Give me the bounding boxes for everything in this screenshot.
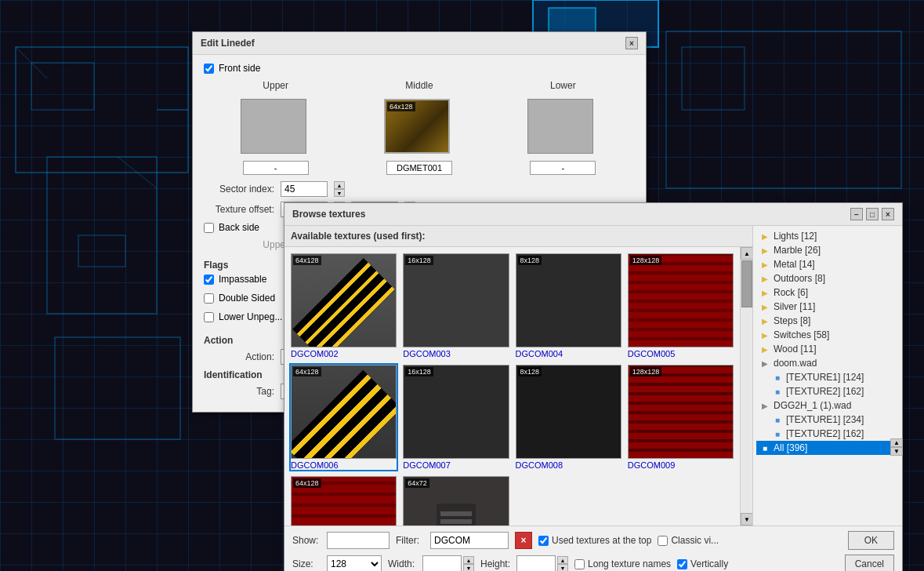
folder-icon-silver: ▶ xyxy=(759,301,770,312)
lower-tex-input[interactable] xyxy=(530,161,596,175)
wad-icon-dgg2: ▶ xyxy=(759,400,770,411)
lower-col: Lower xyxy=(527,80,598,94)
tree-item-outdoors[interactable]: ▶ Outdoors [8] xyxy=(756,271,899,286)
width-input[interactable] xyxy=(422,555,462,571)
tree-item-switches[interactable]: ▶ Switches [58] xyxy=(756,328,899,342)
height-down[interactable]: ▼ xyxy=(557,564,568,571)
tex-item-dgcom008[interactable]: 8x128 DGCOM008 xyxy=(514,363,623,471)
tex-item-dgcom010[interactable]: 64x128 DGCOM010 xyxy=(289,475,398,526)
browse-textures-dialog: Browse textures − □ × Available textures… xyxy=(284,202,903,571)
tree-item-tex2-dgg2[interactable]: ■ [TEXTURE2] [162] xyxy=(756,427,899,441)
width-label: Width: xyxy=(388,558,416,569)
sector-index-up[interactable]: ▲ xyxy=(334,181,345,189)
texture-area: Available textures (used first): 64x128 … xyxy=(284,226,753,526)
tree-item-tex1-doom[interactable]: ■ [TEXTURE1] [124] xyxy=(756,370,899,384)
tree-item-wood[interactable]: ▶ Wood [11] xyxy=(756,342,899,356)
tree-item-rock[interactable]: ▶ Rock [6] xyxy=(756,286,899,300)
tex-img-dgcom010: 64x128 xyxy=(291,476,397,526)
tree-item-doomwad[interactable]: ▶ doom.wad xyxy=(756,356,899,370)
vertically-label: Vertically xyxy=(690,558,728,569)
tex-img-dgcom004: 8x128 xyxy=(516,253,621,347)
flag-lower-unpeg-checkbox[interactable] xyxy=(204,312,214,322)
tree-scroll-up[interactable]: ▲ xyxy=(890,438,902,447)
sector-index-down[interactable]: ▼ xyxy=(334,189,345,197)
cancel-button[interactable]: Cancel xyxy=(845,555,894,571)
filter-input[interactable] xyxy=(430,532,509,549)
tree-item-metal[interactable]: ▶ Metal [14] xyxy=(756,257,899,271)
tex-item-dgcom006[interactable]: 64x128 DGCOM006 xyxy=(289,363,398,471)
filter-clear-btn[interactable]: × xyxy=(515,532,532,549)
linedef-close-btn[interactable]: × xyxy=(625,37,638,49)
vertically-row: Vertically xyxy=(677,558,728,569)
texture-grid-scroll[interactable]: 64x128 DGCOM002 16x128 DGCOM003 xyxy=(284,247,740,526)
width-down[interactable]: ▼ xyxy=(463,564,474,571)
show-label: Show: xyxy=(292,535,321,546)
folder-icon-lights: ▶ xyxy=(759,231,770,242)
height-spinner: ▲ ▼ xyxy=(557,556,568,571)
lower-tex-preview[interactable] xyxy=(527,99,593,154)
browse-bottom-row1: Show: Filter: × Used textures at the top… xyxy=(292,531,894,550)
tree-item-tex1-dgg2[interactable]: ■ [TEXTURE1] [234] xyxy=(756,413,899,427)
tag-label: Tag: xyxy=(204,386,274,397)
browse-maximize-btn[interactable]: □ xyxy=(866,208,879,220)
long-names-checkbox[interactable] xyxy=(574,559,585,569)
scroll-thumb[interactable] xyxy=(741,260,752,307)
browse-title: Browse textures xyxy=(292,209,365,220)
scroll-up-arrow[interactable]: ▲ xyxy=(741,247,752,260)
used-top-checkbox[interactable] xyxy=(538,536,549,546)
height-input[interactable] xyxy=(516,555,556,571)
upper-tex-preview[interactable] xyxy=(241,99,306,154)
upper-tex-input[interactable] xyxy=(243,161,309,175)
middle-tex-input[interactable] xyxy=(386,161,452,175)
tex-item-dgcom009[interactable]: 128x128 DGCOM009 xyxy=(626,363,735,471)
tex-item-dgcom011[interactable]: 64x72 xyxy=(401,475,510,526)
folder-icon-marble: ▶ xyxy=(759,245,770,256)
flag-double-sided-checkbox[interactable] xyxy=(204,293,214,304)
tree-item-lights[interactable]: ▶ Lights [12] xyxy=(756,229,899,243)
classic-view-checkbox[interactable] xyxy=(658,536,668,546)
tex-item-dgcom005[interactable]: 128x128 DGCOM005 xyxy=(626,252,735,360)
tree-item-tex2-doom[interactable]: ■ [TEXTURE2] [162] xyxy=(756,384,899,398)
tex-item-dgcom003[interactable]: 16x128 DGCOM003 xyxy=(401,252,510,360)
front-side-checkbox[interactable] xyxy=(204,64,214,74)
browse-close-btn[interactable]: × xyxy=(882,208,894,220)
sector-index-input[interactable] xyxy=(281,181,328,197)
svg-rect-15 xyxy=(440,511,472,516)
tree-item-steps[interactable]: ▶ Steps [8] xyxy=(756,314,899,328)
tree-item-all[interactable]: ■ All [396] xyxy=(756,441,899,455)
texlist-icon-tex1doom: ■ xyxy=(772,372,783,383)
tree-panel: ▶ Lights [12] ▶ Marble [26] ▶ Metal [14]… xyxy=(753,226,902,526)
scroll-down-arrow[interactable]: ▼ xyxy=(741,513,752,526)
size-select[interactable]: 128 64 32 256 xyxy=(327,555,382,571)
dgcom011-svg xyxy=(433,500,480,526)
ok-button[interactable]: OK xyxy=(848,531,894,550)
tree-label-switches: Switches [58] xyxy=(774,329,829,340)
vertically-checkbox[interactable] xyxy=(677,559,687,569)
tex-dim-dgcom004: 8x128 xyxy=(518,256,542,265)
middle-tex-preview[interactable]: 64x128 xyxy=(384,99,450,154)
tex-item-dgcom002[interactable]: 64x128 DGCOM002 xyxy=(289,252,398,360)
classic-view-row: Classic vi... xyxy=(658,535,719,546)
tree-scroll-down[interactable]: ▼ xyxy=(890,447,902,456)
texture-grid: 64x128 DGCOM002 16x128 DGCOM003 xyxy=(289,252,735,526)
tree-label-outdoors: Outdoors [8] xyxy=(774,273,825,284)
tree-scroll[interactable]: ▶ Lights [12] ▶ Marble [26] ▶ Metal [14]… xyxy=(753,226,902,526)
tree-item-dgg2wad[interactable]: ▶ DGG2H_1 (1).wad xyxy=(756,398,899,413)
tree-item-silver[interactable]: ▶ Silver [11] xyxy=(756,300,899,314)
back-side-checkbox[interactable] xyxy=(204,223,214,233)
tex-dim-dgcom010: 64x128 xyxy=(293,478,321,488)
tex-item-dgcom007[interactable]: 16x128 DGCOM007 xyxy=(401,363,510,471)
height-up[interactable]: ▲ xyxy=(557,556,568,564)
texture-scrollbar[interactable]: ▲ ▼ xyxy=(740,247,752,526)
sector-index-row: Sector index: ▲ ▼ xyxy=(204,181,635,197)
action-value-label: Action: xyxy=(204,351,274,362)
filter-label: Filter: xyxy=(396,535,424,546)
flag-impassable-checkbox[interactable] xyxy=(204,275,214,285)
folder-icon-wood: ▶ xyxy=(759,344,770,355)
tex-item-dgcom004[interactable]: 8x128 DGCOM004 xyxy=(514,252,623,360)
tree-label-doomwad: doom.wad xyxy=(774,358,817,369)
browse-minimize-btn[interactable]: − xyxy=(850,208,863,220)
texture-names xyxy=(204,158,635,175)
width-up[interactable]: ▲ xyxy=(463,556,474,564)
tree-item-marble[interactable]: ▶ Marble [26] xyxy=(756,243,899,257)
